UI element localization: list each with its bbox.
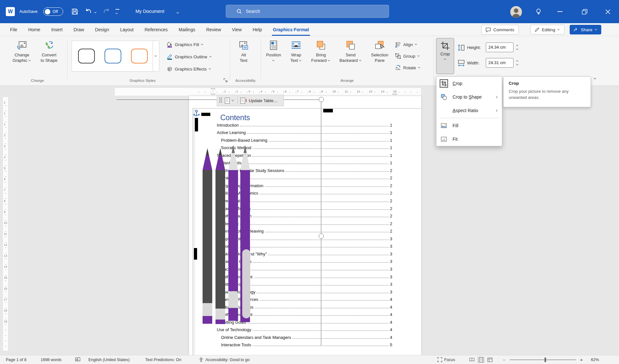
customize-quick-access-button[interactable] bbox=[115, 9, 119, 16]
pencil-body[interactable] bbox=[203, 170, 212, 303]
zoom-out-button[interactable]: - bbox=[503, 355, 505, 364]
vertical-ruler[interactable]: 2112345678910111213141516171819 bbox=[3, 97, 8, 351]
tab-home[interactable]: Home bbox=[23, 23, 46, 36]
group-button[interactable]: Group bbox=[395, 52, 420, 61]
toc-entry[interactable]: Use of Technology4 bbox=[217, 325, 392, 332]
pencil-body[interactable] bbox=[228, 291, 238, 308]
document-title[interactable]: My Document bbox=[135, 9, 164, 14]
first-line-indent-marker[interactable] bbox=[211, 88, 215, 91]
toc-entry[interactable]: Introduction1 bbox=[217, 120, 392, 128]
tab-layout[interactable]: Layout bbox=[115, 23, 139, 36]
graphics-fill-button[interactable]: Graphics Fill bbox=[166, 40, 204, 49]
read-mode-button[interactable] bbox=[468, 357, 475, 363]
tab-mailings[interactable]: Mailings bbox=[173, 23, 201, 36]
pencil-body[interactable] bbox=[228, 308, 238, 321]
menu-item-fill[interactable]: Fill bbox=[436, 119, 502, 132]
height-field[interactable]: 24.34 cm bbox=[486, 43, 514, 52]
width-field[interactable]: 24.31 cm bbox=[486, 58, 514, 68]
crop-handle-left-middle[interactable] bbox=[194, 248, 197, 260]
editing-button[interactable]: Editing bbox=[530, 25, 564, 34]
web-layout-button[interactable] bbox=[486, 357, 494, 363]
pencil-body[interactable] bbox=[203, 303, 212, 316]
proofing-button[interactable] bbox=[75, 355, 81, 364]
collapse-ribbon-chevron[interactable] bbox=[594, 77, 596, 80]
update-table-button[interactable]: Update Table… bbox=[249, 98, 277, 103]
pencil-body[interactable] bbox=[215, 170, 225, 309]
text-predictions[interactable]: Text Predictions: On bbox=[145, 355, 181, 364]
tab-view[interactable]: View bbox=[226, 23, 247, 36]
page-indicator[interactable]: Page 1 of 8 bbox=[6, 355, 26, 364]
share-button[interactable]: Share bbox=[570, 25, 601, 34]
pencil-body[interactable] bbox=[215, 309, 225, 320]
menu-item-aspect-ratio[interactable]: Aspect Ratio bbox=[436, 104, 502, 117]
accessibility-status[interactable]: Accessibility: Good to go bbox=[199, 355, 250, 364]
resize-handle-top[interactable] bbox=[319, 97, 324, 102]
crop-handle-top-left-v[interactable] bbox=[195, 118, 198, 131]
crop-button[interactable]: Crop bbox=[436, 38, 454, 74]
toc-control-icon[interactable] bbox=[225, 98, 230, 104]
toc-entry[interactable]: Interactive Tools5 bbox=[217, 340, 392, 348]
height-spinner[interactable] bbox=[515, 43, 520, 52]
print-layout-button[interactable] bbox=[477, 357, 484, 363]
crop-handle-top-left-h[interactable] bbox=[201, 113, 210, 116]
comments-button[interactable]: Comments bbox=[481, 25, 519, 34]
graphics-style-3[interactable] bbox=[127, 43, 152, 69]
language-indicator[interactable]: English (United States) bbox=[88, 355, 130, 364]
position-button[interactable]: Position bbox=[262, 38, 285, 75]
selection-pane-button[interactable]: Selection Pane bbox=[366, 38, 393, 75]
save-button[interactable] bbox=[71, 8, 79, 17]
convert-to-shape-button[interactable]: Convert to Shape bbox=[35, 38, 63, 75]
rotate-button[interactable]: Rotate bbox=[395, 63, 421, 72]
tab-draw[interactable]: Draw bbox=[68, 23, 90, 36]
document-title-chevron[interactable] bbox=[176, 11, 179, 14]
wrap-text-button[interactable]: Wrap Text bbox=[286, 38, 306, 75]
alt-text-button[interactable]: Alt Text bbox=[232, 38, 255, 75]
gallery-more-button[interactable] bbox=[153, 41, 159, 71]
graphics-style-2[interactable] bbox=[100, 43, 125, 69]
focus-button[interactable]: Focus bbox=[437, 355, 455, 364]
zoom-slider-thumb[interactable] bbox=[544, 358, 546, 362]
crop-handle-top-center[interactable] bbox=[323, 109, 333, 112]
zoom-in-button[interactable]: + bbox=[580, 355, 583, 364]
toc-entry[interactable]: Online Calendars and Task Managers4 bbox=[217, 332, 392, 340]
toc-control-chevron[interactable] bbox=[232, 99, 235, 102]
toc-entry[interactable]: Problem-Based Learning1 bbox=[217, 135, 392, 143]
toc-entry[interactable]: Active Learning1 bbox=[217, 128, 392, 135]
pencil-body[interactable] bbox=[215, 320, 225, 324]
tab-file[interactable]: File bbox=[5, 23, 23, 36]
pencil-body[interactable] bbox=[228, 170, 238, 291]
tab-references[interactable]: References bbox=[139, 23, 173, 36]
toc-entry[interactable]: Socratic Method1 bbox=[217, 143, 392, 150]
graphics-effects-button[interactable]: Graphics Effects bbox=[166, 64, 212, 73]
send-backward-button[interactable]: Send Backward bbox=[335, 38, 366, 75]
tab-graphics-format[interactable]: Graphics Format bbox=[267, 23, 314, 36]
redo-button[interactable] bbox=[103, 8, 110, 17]
drag-handle-icon[interactable] bbox=[219, 98, 222, 103]
autosave-toggle[interactable]: Off bbox=[43, 7, 63, 16]
tab-design[interactable]: Design bbox=[90, 23, 115, 36]
restore-button[interactable] bbox=[582, 9, 587, 16]
lightbulb-button[interactable] bbox=[535, 8, 542, 16]
zoom-level[interactable]: 62% bbox=[591, 355, 599, 364]
width-spinner[interactable] bbox=[515, 58, 520, 68]
zoom-slider-track[interactable] bbox=[510, 359, 576, 360]
tab-insert[interactable]: Insert bbox=[46, 23, 68, 36]
word-count[interactable]: 1698 words bbox=[41, 355, 62, 364]
menu-item-crop[interactable]: Crop bbox=[436, 77, 502, 90]
avatar[interactable] bbox=[510, 6, 522, 18]
minimize-button[interactable] bbox=[557, 11, 563, 12]
menu-item-crop-to-shape[interactable]: Crop to Shape bbox=[436, 90, 502, 104]
graphics-style-1[interactable] bbox=[74, 43, 99, 69]
bring-forward-button[interactable]: Bring Forward bbox=[307, 38, 335, 75]
change-graphic-button[interactable]: Change Graphic bbox=[10, 38, 34, 75]
graphics-outline-button[interactable]: Graphics Outline bbox=[166, 52, 212, 61]
align-button[interactable]: Align bbox=[395, 40, 418, 49]
dialog-launcher-icon[interactable] bbox=[223, 78, 228, 83]
word-logo-icon[interactable]: W bbox=[6, 7, 15, 16]
resize-handle-middle[interactable] bbox=[319, 234, 324, 239]
close-button[interactable] bbox=[605, 9, 611, 16]
pencil-body[interactable] bbox=[203, 316, 212, 324]
menu-item-fit[interactable]: Fit bbox=[436, 132, 502, 146]
tab-help[interactable]: Help bbox=[247, 23, 267, 36]
undo-dropdown-chevron[interactable] bbox=[94, 11, 97, 14]
